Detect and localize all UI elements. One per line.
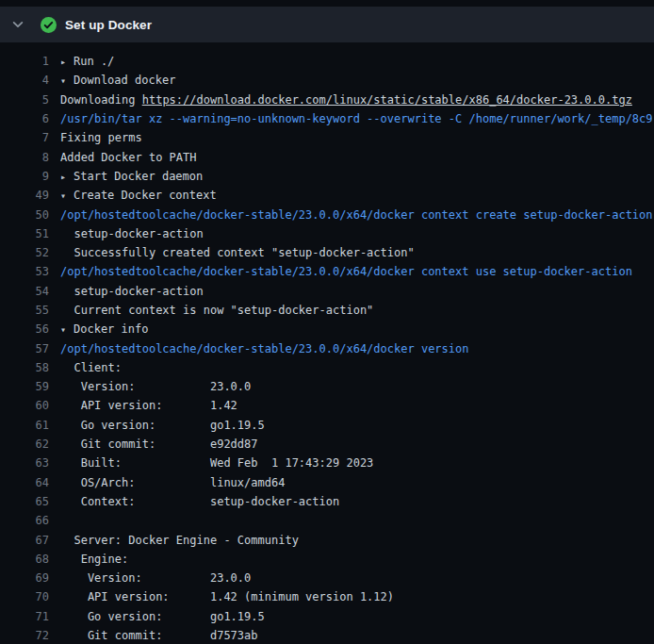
step-title: Set up Docker [65,18,152,32]
chevron-down-icon[interactable] [11,18,25,31]
group-collapsed-icon[interactable]: ▸ [60,172,74,182]
log-text: Successfully created context "setup-dock… [60,246,415,259]
log-line[interactable]: 9▸Start Docker daemon [0,167,654,186]
line-number[interactable]: 61 [0,419,49,432]
line-number[interactable]: 69 [0,571,49,585]
line-number[interactable]: 60 [0,399,49,412]
line-number[interactable]: 59 [0,380,49,393]
line-number[interactable]: 50 [0,208,49,222]
group-expanded-icon[interactable]: ▾ [60,324,74,335]
line-number[interactable]: 6 [0,112,49,125]
line-number[interactable]: 1 [0,55,49,68]
log-text: Version: 23.0.0 [60,571,251,585]
log-line: 65 Context: setup-docker-action [0,492,654,511]
line-number[interactable]: 52 [0,246,49,259]
line-number[interactable]: 65 [0,495,49,508]
line-number[interactable]: 63 [0,456,49,470]
group-expanded-icon[interactable]: ▾ [60,190,74,201]
log-line: 59 Version: 23.0.0 [0,377,654,396]
line-text: Go version: go1.19.5 [60,419,654,432]
log-text: Docker info [74,322,148,336]
log-text: Added Docker to PATH [60,151,197,164]
log-text: Built: Wed Feb 1 17:43:29 2023 [60,456,373,470]
log-text: Create Docker context [74,189,217,202]
line-number[interactable]: 58 [0,361,49,374]
log-line: 53/opt/hostedtoolcache/docker-stable/23.… [0,262,654,281]
log-text: Git commit: e92dd87 [60,438,258,451]
log-text: Fixing perms [60,131,142,144]
line-number[interactable]: 49 [0,189,49,202]
log-line: 66 [0,511,654,530]
log-link[interactable]: https://download.docker.com/linux/static… [142,93,632,107]
line-text: ▾Create Docker context [60,189,654,202]
log-text: Git commit: d7573ab [60,629,258,642]
line-text: Git commit: d7573ab [60,629,654,642]
line-text: ▸Start Docker daemon [60,170,654,183]
line-number[interactable]: 7 [0,131,49,144]
line-text: Downloading https://download.docker.com/… [60,93,654,107]
success-check-icon [41,17,57,33]
log-line: 57/opt/hostedtoolcache/docker-stable/23.… [0,339,654,357]
line-number[interactable]: 66 [0,514,49,527]
line-number[interactable]: 72 [0,629,49,642]
log-text: Downloading [60,93,142,107]
group-collapsed-icon[interactable]: ▸ [60,57,74,67]
line-number[interactable]: 51 [0,227,49,240]
line-number[interactable]: 56 [0,322,49,336]
log-line[interactable]: 1▸Run ./ [0,52,654,71]
log-text: Client: [60,361,122,374]
line-text: Server: Docker Engine - Community [60,534,654,547]
line-number[interactable]: 67 [0,534,49,547]
line-number[interactable]: 4 [0,74,49,87]
line-text: Client: [60,361,654,374]
log-text: Download docker [74,74,175,87]
line-text: API version: 1.42 [60,399,654,412]
log-line: 72 Git commit: d7573ab [0,626,654,644]
line-text: Context: setup-docker-action [60,495,654,508]
line-number[interactable]: 9 [0,170,49,183]
log-text: setup-docker-action [60,227,204,240]
line-number[interactable]: 53 [0,265,49,278]
log-line: 58 Client: [0,358,654,377]
command-text: /opt/hostedtoolcache/docker-stable/23.0.… [60,265,632,278]
log-text: Start Docker daemon [74,170,203,183]
log-line: 64 OS/Arch: linux/amd64 [0,473,654,492]
line-text: /opt/hostedtoolcache/docker-stable/23.0.… [60,342,654,355]
command-text: /opt/hostedtoolcache/docker-stable/23.0.… [60,342,468,355]
log-line[interactable]: 56▾Docker info [0,320,654,339]
log-line: 71 Go version: go1.19.5 [0,607,654,626]
log-text: Version: 23.0.0 [60,380,251,393]
line-number[interactable]: 70 [0,590,49,603]
log-line: 67 Server: Docker Engine - Community [0,530,654,549]
group-expanded-icon[interactable]: ▾ [60,75,74,86]
line-number[interactable]: 62 [0,438,49,451]
log-line: 55 Current context is now "setup-docker-… [0,301,654,320]
line-number[interactable]: 5 [0,93,49,107]
line-text: ▾Download docker [60,74,654,87]
log-text: setup-docker-action [60,285,204,298]
log-line: 7Fixing perms [0,128,654,147]
line-text: Current context is now "setup-docker-act… [60,304,654,317]
line-text: /usr/bin/tar xz --warning=no-unknown-key… [60,112,654,125]
log-text: Current context is now "setup-docker-act… [60,304,373,317]
line-number[interactable]: 54 [0,285,49,298]
line-number[interactable]: 68 [0,553,49,566]
line-number[interactable]: 8 [0,151,49,164]
step-header[interactable]: Set up Docker [0,7,654,42]
log-line[interactable]: 4▾Download docker [0,71,654,90]
log-text: Run ./ [74,55,114,68]
line-number[interactable]: 55 [0,304,49,317]
line-text: API version: 1.42 (minimum version 1.12) [60,590,654,603]
line-number[interactable]: 71 [0,610,49,623]
line-number[interactable]: 57 [0,342,49,355]
line-text: Built: Wed Feb 1 17:43:29 2023 [60,456,654,470]
log-text: OS/Arch: linux/amd64 [60,476,285,489]
log-line: 52 Successfully created context "setup-d… [0,243,654,262]
log-text: API version: 1.42 [60,399,237,412]
log-line: 54 setup-docker-action [0,282,654,301]
line-text: Fixing perms [60,131,654,144]
line-number[interactable]: 64 [0,476,49,489]
log-line: 8Added Docker to PATH [0,147,654,166]
line-text: setup-docker-action [60,285,654,298]
log-line[interactable]: 49▾Create Docker context [0,186,654,205]
